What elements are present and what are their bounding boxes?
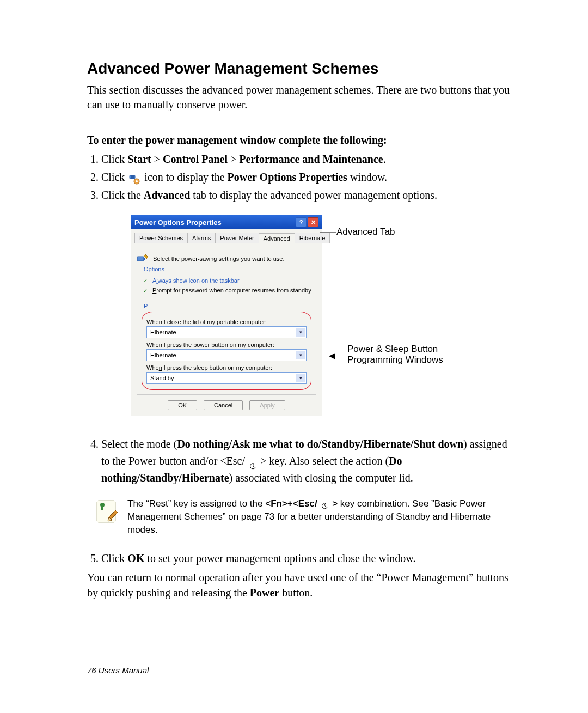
ok-button[interactable]: OK [168,400,197,410]
chevron-down-icon: ▾ [296,328,305,337]
sleep-button-select[interactable]: Stand by ▾ [146,372,307,384]
steps-list-mid: Select the mode (Do nothing/Ask me what … [87,436,518,486]
power-buttons-legend-partial: P... [142,303,154,309]
dialog-figure: Power Options Properties ? ✕ Power Schem… [131,215,518,416]
red-highlight-oval: When I close the lid of my portable comp… [142,312,311,390]
tab-advanced[interactable]: Advanced [259,233,295,244]
sleep-button-value: Stand by [150,375,174,381]
power-options-dialog: Power Options Properties ? ✕ Power Schem… [131,215,322,416]
checkbox-show-taskbar-icon[interactable]: ✓ Always show icon on the taskbar [142,277,311,284]
options-groupbox: Options ✓ Always show icon on the taskba… [137,270,316,301]
step-4: Select the mode (Do nothing/Ask me what … [101,436,518,486]
note-text: The “Rest” key is assigned to the <Fn>+<… [127,497,518,536]
arrow-left-icon [336,344,344,355]
step-3: Click the Advanced tab to display the ad… [101,187,518,204]
tab-power-schemes[interactable]: Power Schemes [134,233,188,243]
steps-list-top: Click Start > Control Panel > Performanc… [87,151,518,204]
step1-start: Start [127,153,151,165]
chevron-down-icon: ▾ [296,351,305,359]
checkbox-prompt-password[interactable]: ✓ Prompt for password when computer resu… [142,287,311,294]
svg-marker-7 [329,353,335,359]
step1-control-panel: Control Panel [163,153,228,165]
chevron-down-icon: ▾ [296,374,305,382]
dialog-instruction: Select the power-saving settings you wan… [153,255,285,262]
svg-rect-5 [144,258,145,260]
procedure-heading: To enter the power management window com… [87,134,518,147]
power-button-label: When I press the power button on my comp… [146,342,307,348]
callouts: Advanced Tab Power & Sleep Button Progra… [336,215,443,365]
closing-text: You can return to normal operation after… [87,570,518,600]
cancel-button[interactable]: Cancel [204,400,243,410]
note-pencil-icon [95,497,119,525]
apply-button: Apply [249,400,285,410]
close-button[interactable]: ✕ [308,217,318,227]
tab-power-meter[interactable]: Power Meter [215,233,259,243]
dialog-tabs: Power Schemes Alarms Power Meter Advance… [131,229,322,243]
note-box: The “Rest” key is assigned to the <Fn>+<… [95,497,518,536]
battery-plug-icon [137,253,149,264]
svg-rect-10 [101,505,103,510]
tab-hibernate[interactable]: Hibernate [295,233,330,243]
tab-alarms[interactable]: Alarms [187,233,216,243]
options-legend: Options [142,266,167,272]
callout-power-sleep: Power & Sleep Button Programming Windows [347,344,443,365]
close-lid-label: When I close the lid of my portable comp… [146,319,307,325]
step-2: Click icon to display the Power Options … [101,169,518,186]
step1-prefix: Click [101,153,127,165]
page-footer: 76 Users Manual [87,666,518,675]
moon-key-icon [321,501,328,508]
dialog-titlebar: Power Options Properties ? ✕ [131,215,322,229]
svg-rect-8 [97,501,115,522]
dialog-title: Power Options Properties [134,218,295,227]
step1-perf-maint: Performance and Maintenance [239,153,383,165]
steps-list-bottom: Click OK to set your power management op… [87,550,518,566]
svg-rect-1 [131,175,134,179]
power-buttons-groupbox: P... When I close the lid of my portable… [137,307,316,395]
power-button-value: Hibernate [150,352,176,358]
page-title: Advanced Power Management Schemes [87,60,518,77]
step-5: Click OK to set your power management op… [101,550,518,566]
close-lid-select[interactable]: Hibernate ▾ [146,326,307,338]
power-options-icon [129,173,140,184]
moon-key-icon [249,458,256,466]
power-button-select[interactable]: Hibernate ▾ [146,349,307,361]
step-1: Click Start > Control Panel > Performanc… [101,151,518,168]
checkbox-icon: ✓ [142,287,149,294]
help-button[interactable]: ? [296,217,307,227]
close-lid-value: Hibernate [150,329,176,336]
callout-advanced-tab: Advanced Tab [336,227,395,237]
checkbox-icon: ✓ [142,277,149,284]
svg-point-3 [136,180,138,182]
sleep-button-label: When I press the sleep button on my comp… [146,364,307,371]
intro-text: This section discusses the advanced powe… [87,83,518,112]
svg-rect-4 [137,257,144,261]
